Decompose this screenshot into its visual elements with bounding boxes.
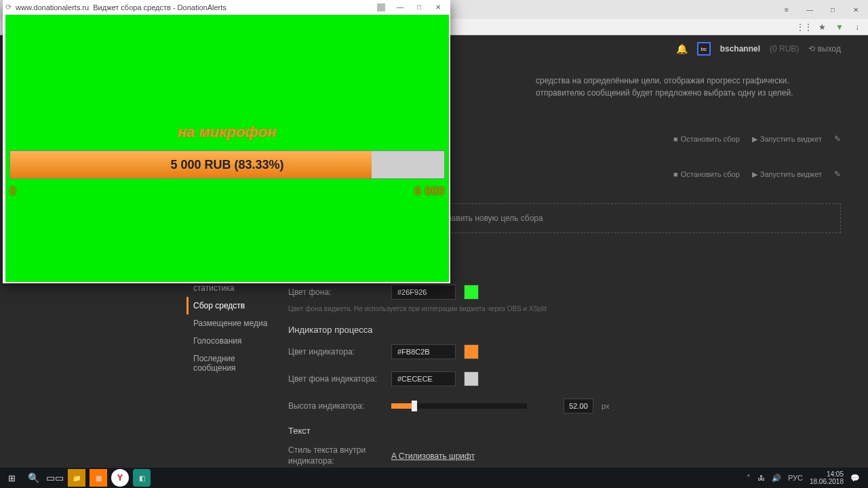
height-slider[interactable] (391, 403, 527, 409)
taskbar-app-2[interactable]: ▦ (90, 469, 107, 487)
widget-canvas: на микрофон 5 000 RUB (83.33%) 0 6 000 (5, 15, 449, 282)
taskbar: ⊞ 🔍 ▭▭ 📁 ▦ Y ◧ ˄ 🖧 🔊 РУС 14:05 18.06.201… (0, 468, 868, 488)
launch-widget-button-2[interactable]: ▶ Запустить виджет (752, 170, 822, 179)
tray-network-icon[interactable]: 🖧 (757, 474, 765, 482)
clock-date: 18.06.2018 (810, 478, 844, 485)
notifications-icon[interactable]: 💬 (850, 474, 860, 483)
progress-text: 5 000 RUB (83.33%) (10, 151, 444, 178)
sidebar-item-fundraising[interactable]: Сбор средств (186, 297, 275, 314)
goal-title: на микрофон (5, 123, 449, 141)
search-icon[interactable]: 🔍 (24, 469, 42, 487)
goal-row-2: ■ Остановить сбор ▶ Запустить виджет ✎ (673, 169, 841, 179)
avatar[interactable]: bc (697, 42, 711, 56)
sidebar: статистика Сбор средств Размещение медиа… (186, 279, 275, 377)
add-goal-button[interactable]: бавить новую цель сбора (387, 203, 841, 233)
desc-line-2: отправителю сообщений будет предложено в… (536, 87, 827, 99)
taskbar-app-1[interactable]: 📁 (68, 469, 85, 487)
height-unit: px (601, 402, 610, 410)
add-goal-label: бавить новую цель сбора (447, 214, 543, 223)
launch-widget-button-1[interactable]: ▶ Запустить виджет (752, 135, 822, 144)
tray-chevron-up-icon[interactable]: ˄ (747, 474, 751, 483)
indicator-bg-swatch[interactable] (464, 371, 479, 386)
bg-minimize-button[interactable]: — (800, 3, 819, 16)
desc-line-1: средства на определённые цели, отображая… (536, 75, 827, 87)
popup-close-button[interactable]: ✕ (429, 1, 448, 14)
taskbar-yandex[interactable]: Y (111, 469, 129, 487)
edit-icon-2[interactable]: ✎ (834, 169, 841, 179)
popup-titlebar[interactable]: ⟳ www.donationalerts.ru Виджет сбора сре… (3, 0, 450, 15)
bg-color-swatch[interactable] (464, 285, 479, 300)
bg-color-label: Цвет фона: (288, 287, 383, 297)
bg-color-hint: Цвет фона виджета. Не используется при и… (288, 305, 573, 312)
sidebar-item-polls[interactable]: Голосования (186, 332, 275, 350)
extensions-icon[interactable]: ⋮⋮ (799, 22, 810, 33)
refresh-icon[interactable]: ⟳ (5, 3, 12, 12)
height-value-input[interactable]: 52.00 (564, 399, 593, 413)
section-text: Текст (288, 426, 827, 436)
shield-icon[interactable]: ▼ (834, 22, 845, 33)
popup-maximize-button[interactable]: □ (410, 1, 429, 14)
sidebar-item-recent[interactable]: Последние сообщения (186, 350, 275, 377)
taskbar-app-3[interactable]: ◧ (133, 469, 151, 487)
system-tray: ˄ 🖧 🔊 РУС 14:05 18.06.2018 💬 (747, 470, 865, 485)
bg-menu-icon[interactable]: ≡ (777, 3, 796, 16)
slider-fill (391, 403, 414, 409)
indicator-color-label: Цвет индикатора: (288, 347, 383, 357)
indicator-height-label: Высота индикатора: (288, 401, 383, 411)
widget-popup-window: ⟳ www.donationalerts.ru Виджет сбора сре… (3, 0, 450, 283)
balance: (0 RUB) (770, 44, 799, 54)
style-inner-label: Стиль текста внутри индикатора: (288, 445, 383, 466)
tray-lang[interactable]: РУС (788, 474, 803, 482)
indicator-color-input[interactable]: #FB8C2B (391, 344, 456, 359)
taskview-icon[interactable]: ▭▭ (46, 469, 64, 487)
stop-collection-button-1[interactable]: ■ Остановить сбор (673, 135, 740, 143)
bg-color-input[interactable]: #26F926 (391, 285, 456, 300)
sidebar-item-media[interactable]: Размещение медиа (186, 314, 275, 332)
clock[interactable]: 14:05 18.06.2018 (810, 470, 844, 485)
progress-bar: 5 000 RUB (83.33%) (9, 150, 445, 179)
indicator-bg-input[interactable]: #CECECE (391, 371, 456, 386)
edit-icon-1[interactable]: ✎ (834, 134, 841, 144)
popup-url: www.donationalerts.ru (16, 3, 89, 12)
goal-row-1: ■ Остановить сбор ▶ Запустить виджет ✎ (673, 134, 841, 144)
slider-thumb[interactable] (412, 401, 417, 411)
popup-minimize-button[interactable]: — (391, 1, 410, 14)
page-header: 🔔 bc bschannel (0 RUB) ⟲ выход (676, 42, 841, 56)
page-description: средства на определённые цели, отображая… (536, 75, 827, 99)
popup-title: Виджет сбора средств - DonationAlerts (93, 3, 226, 12)
username: bschannel (720, 44, 760, 54)
stop-collection-button-2[interactable]: ■ Остановить сбор (673, 170, 740, 178)
bg-close-button[interactable]: ✕ (846, 3, 865, 16)
bg-maximize-button[interactable]: □ (823, 3, 842, 16)
star-icon[interactable]: ★ (816, 22, 827, 33)
range-min: 0 (9, 184, 16, 199)
section-indicator: Индикатор процесса (288, 325, 827, 335)
indicator-color-swatch[interactable] (464, 344, 479, 359)
range-max: 6 000 (414, 184, 445, 199)
popup-settings-button[interactable] (372, 1, 391, 14)
settings-panel: Цвет фона: #26F926 Цвет фона виджета. Не… (288, 285, 827, 488)
indicator-bg-label: Цвет фона индикатора: (288, 374, 383, 384)
clock-time: 14:05 (810, 470, 844, 478)
style-inner-link[interactable]: A Стилизовать шрифт (391, 451, 475, 461)
bell-icon[interactable]: 🔔 (676, 43, 688, 54)
tray-volume-icon[interactable]: 🔊 (772, 474, 781, 483)
logout-link[interactable]: ⟲ выход (808, 44, 841, 54)
start-button[interactable]: ⊞ (3, 469, 20, 487)
download-icon[interactable]: ↓ (852, 22, 863, 33)
